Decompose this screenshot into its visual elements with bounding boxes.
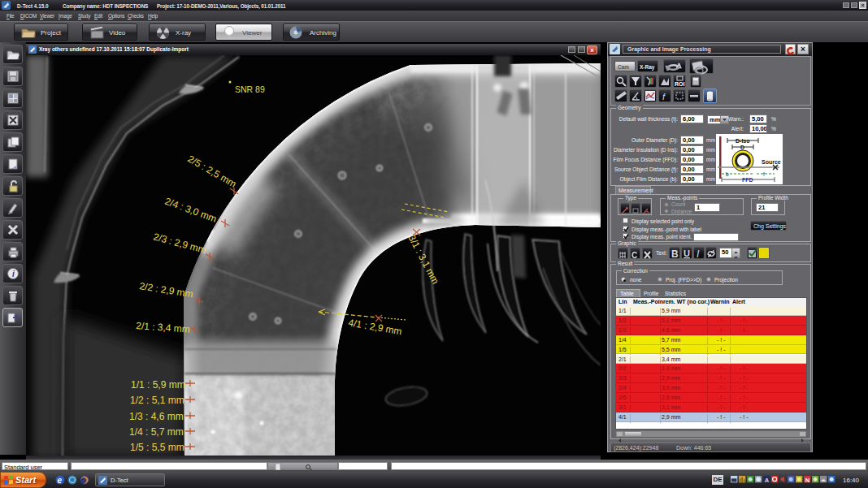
svg-text:ROI: ROI bbox=[675, 81, 685, 87]
svg-text:Source: Source bbox=[762, 159, 781, 165]
svg-text:D-Iso: D-Iso bbox=[736, 138, 750, 144]
svg-text:N: N bbox=[805, 477, 809, 484]
svg-text:I: I bbox=[697, 248, 700, 259]
svg-text:1/4 : 5,7 mm: 1/4 : 5,7 mm bbox=[129, 426, 184, 438]
svg-text:D: D bbox=[740, 145, 744, 150]
svg-text:i: i bbox=[12, 270, 15, 279]
svg-text:f: f bbox=[763, 171, 765, 177]
svg-text:SNR 89: SNR 89 bbox=[235, 84, 265, 94]
svg-text:A: A bbox=[765, 477, 770, 484]
svg-text:1/2 : 5,1 mm: 1/2 : 5,1 mm bbox=[130, 395, 184, 406]
svg-text:e: e bbox=[58, 476, 63, 485]
svg-text:FFD: FFD bbox=[742, 177, 753, 183]
svg-text:1/3 : 4,6 mm: 1/3 : 4,6 mm bbox=[129, 411, 184, 422]
svg-text:U: U bbox=[684, 248, 690, 258]
svg-text:f: f bbox=[662, 92, 666, 101]
svg-text:1/5 : 5,5 mm: 1/5 : 5,5 mm bbox=[130, 442, 184, 453]
svg-text:1/1 : 5,9 mm: 1/1 : 5,9 mm bbox=[131, 379, 185, 391]
svg-text:b: b bbox=[726, 171, 729, 177]
svg-text:B: B bbox=[671, 248, 679, 259]
svg-text:C: C bbox=[631, 251, 637, 260]
